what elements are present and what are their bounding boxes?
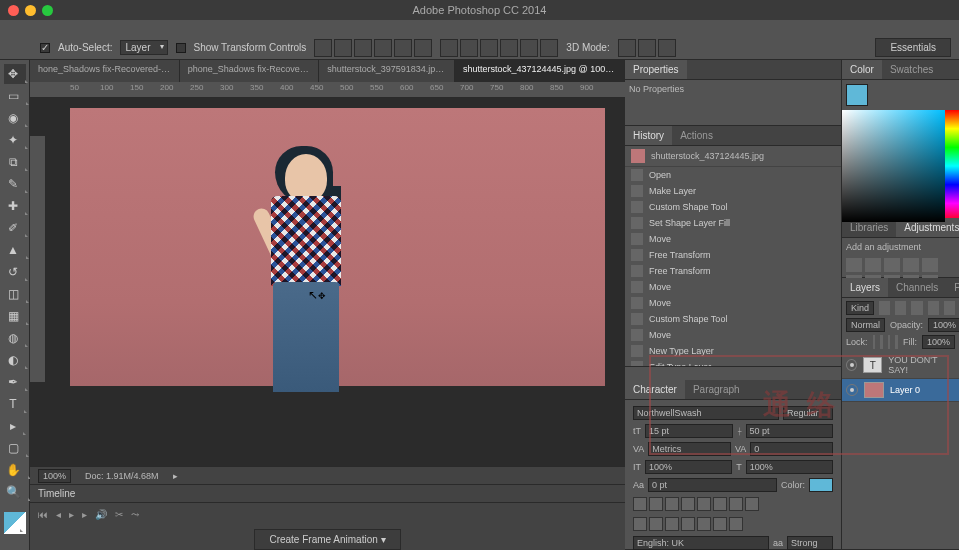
visibility-icon[interactable] [846,384,858,396]
filter-icon[interactable] [944,301,955,315]
tab-swatches[interactable]: Swatches [882,60,941,79]
distribute-icon[interactable] [480,39,498,57]
tab-color[interactable]: Color [842,60,882,79]
antialias-select[interactable]: Strong [787,536,833,550]
lock-icon[interactable] [873,335,876,349]
ruler-vertical[interactable] [30,136,46,382]
eraser-tool[interactable]: ◫ [4,284,26,304]
strike-icon[interactable] [745,497,759,511]
smallcaps-icon[interactable] [681,497,695,511]
tab-actions[interactable]: Actions [672,126,721,145]
tab-history[interactable]: History [625,126,672,145]
dodge-tool[interactable]: ◐ [4,350,26,370]
history-step[interactable]: Custom Shape Tool [625,311,841,327]
distribute-icon[interactable] [540,39,558,57]
filter-icon[interactable] [911,301,922,315]
opentype-icon[interactable] [713,517,727,531]
adjustment-icon[interactable] [865,258,881,272]
show-transform-checkbox[interactable] [176,43,186,53]
superscript-icon[interactable] [697,497,711,511]
auto-select-target-select[interactable]: Layer [120,40,167,55]
align-icon[interactable] [354,39,372,57]
vscale-field[interactable]: 100% [645,460,732,474]
opentype-icon[interactable] [665,517,679,531]
distribute-icon[interactable] [500,39,518,57]
italic-icon[interactable] [649,497,663,511]
opentype-icon[interactable] [633,517,647,531]
magic-wand-tool[interactable]: ✦ [4,130,26,150]
history-step[interactable]: New Type Layer [625,343,841,359]
ruler-horizontal[interactable]: 5010015020025030035040045050055060065070… [30,82,625,98]
color-picker[interactable] [842,110,945,222]
language-select[interactable]: English: UK [633,536,769,550]
align-icon[interactable] [314,39,332,57]
marquee-tool[interactable]: ▭ [4,86,26,106]
lasso-tool[interactable]: ◉ [4,108,26,128]
lock-icon[interactable] [880,335,883,349]
history-step[interactable]: Move [625,327,841,343]
eyedropper-tool[interactable]: ✎ [4,174,26,194]
color-swatch[interactable] [846,84,868,106]
path-select-tool[interactable]: ▸ [4,416,26,436]
pen-tool[interactable]: ✒ [4,372,26,392]
lock-icon[interactable] [888,335,891,349]
adjustment-icon[interactable] [846,258,862,272]
layer-filter-select[interactable]: Kind [846,301,874,315]
distribute-icon[interactable] [520,39,538,57]
bold-icon[interactable] [633,497,647,511]
prev-frame-icon[interactable]: ◂ [56,509,61,520]
brush-tool[interactable]: ✐ [4,218,26,238]
next-frame-icon[interactable]: ▸ [82,509,87,520]
canvas[interactable]: ↖✥ [30,98,625,466]
3d-icon[interactable] [618,39,636,57]
baseline-field[interactable]: 0 pt [648,478,777,492]
audio-icon[interactable]: 🔊 [95,509,107,520]
opentype-icon[interactable] [697,517,711,531]
scissors-icon[interactable]: ✂ [115,509,123,520]
history-step[interactable]: Open [625,167,841,183]
history-step[interactable]: Custom Shape Tool [625,199,841,215]
underline-icon[interactable] [729,497,743,511]
history-step[interactable]: Move [625,231,841,247]
subscript-icon[interactable] [713,497,727,511]
gradient-tool[interactable]: ▦ [4,306,26,326]
history-brush-tool[interactable]: ↺ [4,262,26,282]
opentype-icon[interactable] [729,517,743,531]
doc-info[interactable]: Doc: 1.91M/4.68M [85,471,159,481]
leading-field[interactable]: 50 pt [746,424,834,438]
align-icon[interactable] [374,39,392,57]
opentype-icon[interactable] [681,517,695,531]
clone-stamp-tool[interactable]: ▲ [4,240,26,260]
zoom-tool[interactable]: 🔍 [4,482,26,502]
zoom-level[interactable]: 100% [38,469,71,483]
adjustment-icon[interactable] [903,258,919,272]
healing-brush-tool[interactable]: ✚ [4,196,26,216]
first-frame-icon[interactable]: ⏮ [38,509,48,520]
lock-icon[interactable] [895,335,898,349]
timeline-title[interactable]: Timeline [38,488,75,499]
create-frame-animation-button[interactable]: Create Frame Animation ▾ [254,529,400,550]
tab-paths[interactable]: Paths [946,278,959,297]
text-color-swatch[interactable] [809,478,833,492]
close-window-icon[interactable] [8,5,19,16]
font-family-select[interactable]: NorthwellSwash [633,406,779,420]
align-icon[interactable] [334,39,352,57]
history-step[interactable]: Make Layer [625,183,841,199]
align-icon[interactable] [414,39,432,57]
opacity-field[interactable]: 100% [928,318,959,332]
hscale-field[interactable]: 100% [746,460,833,474]
history-step[interactable]: Free Transform [625,247,841,263]
tab-character[interactable]: Character [625,380,685,399]
history-step[interactable]: Edit Type Layer [625,359,841,366]
maximize-window-icon[interactable] [42,5,53,16]
visibility-icon[interactable] [846,359,857,371]
adjustment-icon[interactable] [922,258,938,272]
fill-field[interactable]: 100% [922,335,955,349]
history-snapshot[interactable]: shutterstock_437124445.jpg [625,146,841,167]
move-tool[interactable]: ✥ [4,64,26,84]
align-icon[interactable] [394,39,412,57]
3d-icon[interactable] [638,39,656,57]
opentype-icon[interactable] [649,517,663,531]
tab-properties[interactable]: Properties [625,60,687,79]
3d-icon[interactable] [658,39,676,57]
